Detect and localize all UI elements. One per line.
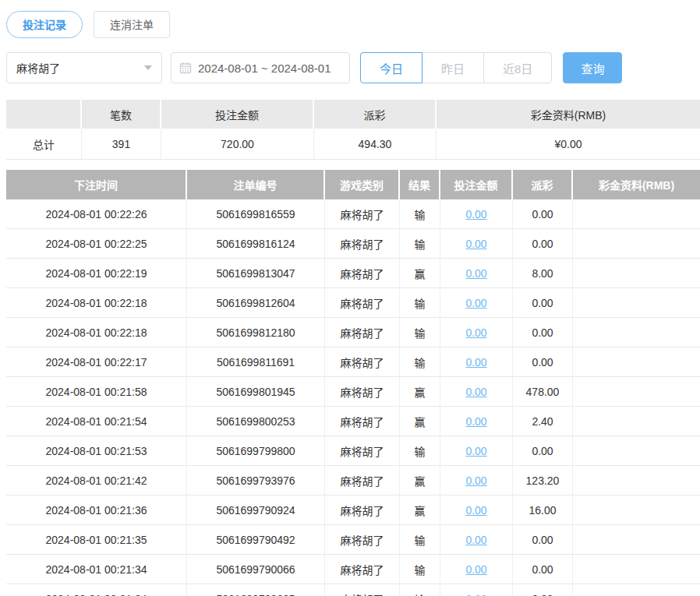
game-type-cell: 麻将胡了 xyxy=(325,466,400,495)
order-id-cell: 5061699800253 xyxy=(187,407,325,436)
payout-cell: 123.20 xyxy=(513,466,573,495)
yesterday-button[interactable]: 昨日 xyxy=(422,52,484,83)
summary-header-bonus: 彩金资料(RMB) xyxy=(437,100,700,129)
table-row: 2024-08-01 00:21:42 5061699793976 麻将胡了 赢… xyxy=(6,466,700,495)
payout-cell: 0.00 xyxy=(513,199,573,229)
result-cell: 赢 xyxy=(400,377,440,407)
game-type-cell: 麻将胡了 xyxy=(325,584,400,596)
game-type-cell: 麻将胡了 xyxy=(325,407,400,436)
bet-amount-cell: 0.00 xyxy=(440,199,513,229)
header-payout: 派彩 xyxy=(513,170,573,199)
date-range-value: 2024-08-01 ~ 2024-08-01 xyxy=(198,62,331,75)
header-bet-amount: 投注金额 xyxy=(440,170,513,199)
bet-amount-link[interactable]: 0.00 xyxy=(465,474,486,487)
tab-cancelled-orders[interactable]: 连消注单 xyxy=(94,11,170,38)
table-row: 2024-08-01 00:21:35 5061699790492 麻将胡了 输… xyxy=(6,525,700,555)
result-cell: 输 xyxy=(400,584,440,596)
bet-amount-link[interactable]: 0.00 xyxy=(465,356,486,369)
summary-total-bonus: ¥0.00 xyxy=(437,129,700,160)
result-cell: 赢 xyxy=(400,495,440,525)
bet-amount-link[interactable]: 0.00 xyxy=(465,297,486,309)
tab-bet-records[interactable]: 投注记录 xyxy=(6,11,83,38)
bet-amount-link[interactable]: 0.00 xyxy=(465,326,486,339)
bet-amount-cell: 0.00 xyxy=(440,495,513,525)
bonus-cell xyxy=(573,495,700,525)
summary-header-bet-amount: 投注金额 xyxy=(161,100,314,129)
payout-cell: 2.40 xyxy=(513,407,573,436)
game-type-cell: 麻将胡了 xyxy=(325,525,400,555)
result-cell: 输 xyxy=(400,199,440,229)
bet-time-cell: 2024-08-01 00:21:36 xyxy=(6,495,187,525)
bet-amount-cell: 0.00 xyxy=(440,436,513,466)
header-result: 结果 xyxy=(400,170,440,199)
bet-amount-link[interactable]: 0.00 xyxy=(465,267,486,280)
bet-amount-link[interactable]: 0.00 xyxy=(465,415,486,428)
order-id-cell: 5061699790924 xyxy=(187,495,325,525)
last-8-days-button[interactable]: 近8日 xyxy=(483,52,552,83)
bet-time-cell: 2024-08-01 00:22:17 xyxy=(6,347,187,377)
result-cell: 输 xyxy=(400,229,440,259)
bonus-cell xyxy=(573,466,700,495)
bet-amount-link[interactable]: 0.00 xyxy=(465,386,486,398)
bet-amount-link[interactable]: 0.00 xyxy=(465,445,486,457)
table-row: 2024-08-01 00:22:19 5061699813047 麻将胡了 赢… xyxy=(6,259,700,288)
game-type-cell: 麻将胡了 xyxy=(325,377,400,407)
query-button[interactable]: 查询 xyxy=(563,52,622,83)
bet-time-cell: 2024-08-01 00:22:19 xyxy=(6,259,187,288)
game-type-cell: 麻将胡了 xyxy=(325,259,400,288)
bet-time-cell: 2024-08-01 00:22:25 xyxy=(6,229,187,259)
table-row: 2024-08-01 00:21:53 5061699799800 麻将胡了 输… xyxy=(6,436,700,466)
order-id-cell: 5061699816559 xyxy=(187,199,325,229)
bet-amount-link[interactable]: 0.00 xyxy=(465,208,486,220)
table-row: 2024-08-01 00:22:25 5061699816124 麻将胡了 输… xyxy=(6,229,700,259)
result-cell: 赢 xyxy=(400,407,440,436)
quick-range-group: 今日 昨日 近8日 xyxy=(360,52,552,83)
summary-header-row: 笔数 投注金额 派彩 彩金资料(RMB) xyxy=(6,100,700,129)
summary-total-payout: 494.30 xyxy=(314,129,437,160)
bet-amount-cell: 0.00 xyxy=(440,584,513,596)
bonus-cell xyxy=(573,436,700,466)
bet-amount-cell: 0.00 xyxy=(440,259,513,288)
payout-cell: 0.00 xyxy=(513,318,573,347)
game-type-cell: 麻将胡了 xyxy=(325,347,400,377)
bonus-cell xyxy=(573,347,700,377)
bet-amount-link[interactable]: 0.00 xyxy=(465,504,486,517)
order-id-cell: 5061699812180 xyxy=(187,318,325,347)
header-game-type: 游戏类别 xyxy=(325,170,400,199)
bet-amount-cell: 0.00 xyxy=(440,466,513,495)
bonus-cell xyxy=(573,229,700,259)
game-type-cell: 麻将胡了 xyxy=(325,229,400,259)
bet-amount-link[interactable]: 0.00 xyxy=(465,563,486,576)
summary-total-label: 总计 xyxy=(6,129,82,160)
result-cell: 输 xyxy=(400,288,440,318)
records-table-rows: 2024-08-01 00:22:26 5061699816559 麻将胡了 输… xyxy=(6,199,700,596)
bet-amount-link[interactable]: 0.00 xyxy=(465,593,486,596)
result-cell: 输 xyxy=(400,525,440,555)
game-type-cell: 麻将胡了 xyxy=(325,555,400,584)
bet-amount-cell: 0.00 xyxy=(440,525,513,555)
summary-total-bet-amount: 720.00 xyxy=(161,129,314,160)
bet-time-cell: 2024-08-01 00:21:58 xyxy=(6,377,187,407)
order-id-cell: 5061699816124 xyxy=(187,229,325,259)
game-type-cell: 麻将胡了 xyxy=(325,199,400,229)
today-button[interactable]: 今日 xyxy=(360,52,422,83)
bet-amount-link[interactable]: 0.00 xyxy=(465,238,486,250)
game-select[interactable]: 麻将胡了 xyxy=(6,52,162,83)
table-row: 2024-08-01 00:22:18 5061699812180 麻将胡了 输… xyxy=(6,318,700,347)
bet-time-cell: 2024-08-01 00:21:35 xyxy=(6,525,187,555)
order-id-cell: 5061699811691 xyxy=(187,347,325,377)
table-row: 2024-08-01 00:21:58 5061699801945 麻将胡了 赢… xyxy=(6,377,700,407)
table-row: 2024-08-01 00:21:34 5061699790066 麻将胡了 输… xyxy=(6,555,700,584)
bet-time-cell: 2024-08-01 00:22:26 xyxy=(6,199,187,229)
summary-total-count: 391 xyxy=(82,129,161,160)
bonus-cell xyxy=(573,377,700,407)
result-cell: 赢 xyxy=(400,259,440,288)
summary-total-row: 总计 391 720.00 494.30 ¥0.00 xyxy=(6,129,700,160)
bet-amount-cell: 0.00 xyxy=(440,347,513,377)
date-range-input[interactable]: 2024-08-01 ~ 2024-08-01 xyxy=(171,52,350,83)
bet-amount-link[interactable]: 0.00 xyxy=(465,534,486,546)
payout-cell: 478.00 xyxy=(513,377,573,407)
result-cell: 输 xyxy=(400,318,440,347)
game-select-value: 麻将胡了 xyxy=(16,60,60,76)
bet-time-cell: 2024-08-01 00:22:18 xyxy=(6,318,187,347)
